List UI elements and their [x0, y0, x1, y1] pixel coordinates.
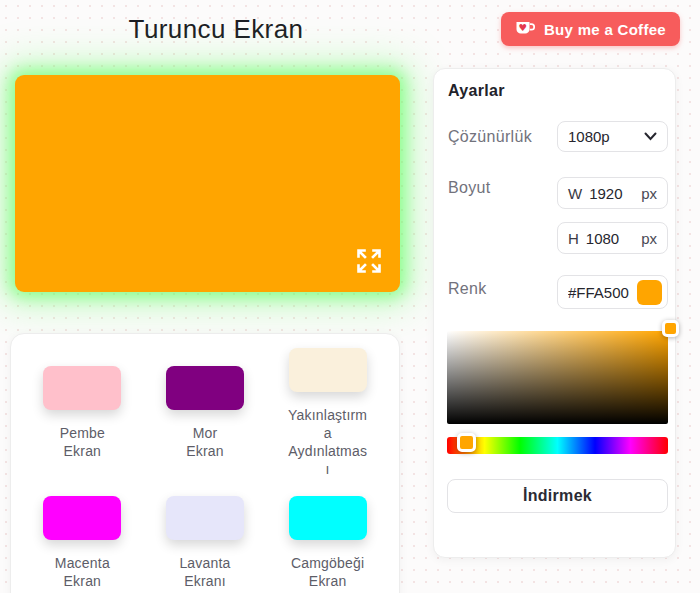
buy-me-a-coffee-button[interactable]: ♥ Buy me a Coffee [501, 12, 680, 46]
resolution-label: Çözünürlük [448, 128, 532, 146]
screen-card-camgobegi-ekran[interactable]: CamgöbeğiEkran [266, 496, 389, 590]
size-label: Boyut [448, 179, 490, 197]
purple-swatch [166, 366, 244, 410]
hue-handle[interactable] [457, 433, 476, 452]
width-unit: px [641, 185, 657, 202]
color-label: Renk [448, 280, 487, 298]
color-screen-preview[interactable] [15, 75, 400, 292]
screen-shortcuts-card: PembeEkran MorEkran Yakınlaştırma Aydınl… [10, 333, 400, 593]
fullscreen-icon[interactable] [353, 246, 385, 278]
cyan-swatch [289, 496, 367, 540]
screen-label: MacentaEkran [55, 554, 110, 590]
width-field[interactable]: W px [557, 177, 668, 209]
hex-color-field[interactable] [557, 275, 668, 309]
hex-color-input[interactable] [568, 284, 637, 301]
coffee-cup-icon: ♥ [515, 21, 536, 37]
screen-label: PembeEkran [60, 424, 105, 460]
settings-title: Ayarlar [448, 82, 505, 100]
height-unit: px [641, 230, 657, 247]
pink-swatch [43, 366, 121, 410]
screen-label: LavantaEkranı [179, 554, 230, 590]
resolution-select[interactable]: 1080p [557, 121, 668, 152]
saturation-handle[interactable] [662, 320, 679, 337]
screen-card-mor-ekran[interactable]: MorEkran [144, 366, 267, 460]
screen-card-pembe-ekran[interactable]: PembeEkran [21, 366, 144, 460]
lavender-swatch [166, 496, 244, 540]
screen-card-yakinlastirma-aydinlatmasi[interactable]: Yakınlaştırma Aydınlatması [266, 348, 389, 478]
svg-text:♥: ♥ [519, 22, 528, 33]
hue-slider[interactable] [447, 437, 668, 454]
screen-label: CamgöbeğiEkran [291, 554, 364, 590]
width-prefix: W [568, 185, 582, 202]
height-field[interactable]: H px [557, 222, 668, 254]
width-input[interactable] [589, 185, 641, 202]
screens-grid: PembeEkran MorEkran Yakınlaştırma Aydınl… [21, 348, 389, 590]
current-color-swatch [637, 280, 662, 305]
screen-label: Yakınlaştırma Aydınlatması [288, 406, 367, 478]
height-input[interactable] [586, 230, 641, 247]
coffee-button-label: Buy me a Coffee [544, 21, 666, 38]
screen-label: MorEkran [186, 424, 224, 460]
settings-panel: Ayarlar Çözünürlük 1080p Boyut W px H px… [433, 68, 676, 558]
resolution-value: 1080p [568, 128, 644, 145]
chevron-down-icon [644, 132, 657, 141]
cream-swatch [289, 348, 367, 392]
page-title: Turuncu Ekran [0, 14, 432, 45]
magenta-swatch [43, 496, 121, 540]
download-button[interactable]: İndirmek [447, 479, 668, 513]
height-prefix: H [568, 230, 579, 247]
saturation-picker[interactable] [447, 331, 668, 424]
screen-card-lavanta-ekrani[interactable]: LavantaEkranı [144, 496, 267, 590]
screen-card-macenta-ekran[interactable]: MacentaEkran [21, 496, 144, 590]
